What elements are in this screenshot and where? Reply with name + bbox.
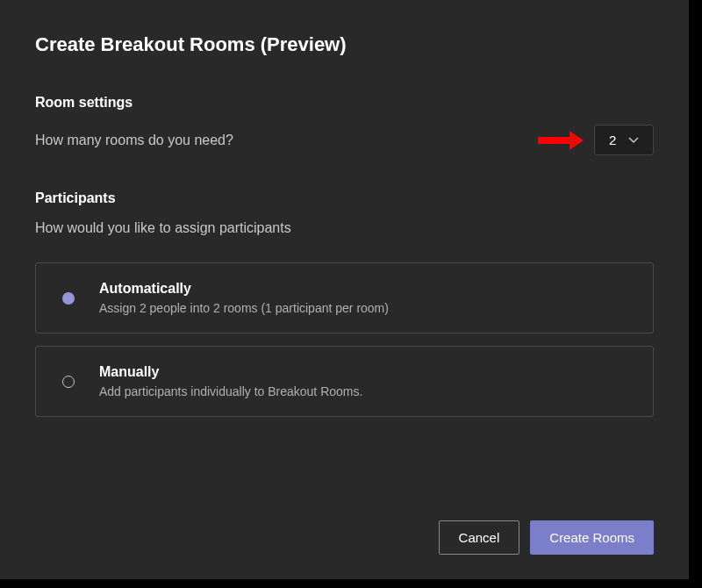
room-settings-heading: Room settings: [35, 95, 654, 111]
option-automatically[interactable]: Automatically Assign 2 people into 2 roo…: [35, 262, 654, 333]
room-count-dropdown[interactable]: 2: [594, 125, 654, 155]
option-description: Add participants individually to Breakou…: [99, 384, 362, 398]
option-title: Automatically: [99, 281, 389, 297]
option-title: Manually: [99, 364, 362, 380]
radio-unselected-icon: [62, 376, 75, 388]
dropdown-container: 2: [536, 125, 654, 155]
room-count-row: How many rooms do you need? 2: [35, 125, 654, 155]
cancel-button[interactable]: Cancel: [439, 520, 520, 555]
chevron-down-icon: [628, 135, 639, 146]
dialog-button-row: Cancel Create Rooms: [439, 520, 654, 555]
create-rooms-button[interactable]: Create Rooms: [530, 520, 654, 555]
dialog-title: Create Breakout Rooms (Preview): [35, 33, 654, 56]
option-content: Manually Add participants individually t…: [99, 364, 362, 398]
arrow-annotation-icon: [536, 128, 585, 153]
option-content: Automatically Assign 2 people into 2 roo…: [99, 281, 389, 315]
room-settings-section: Room settings How many rooms do you need…: [35, 95, 654, 155]
create-breakout-rooms-dialog: Create Breakout Rooms (Preview) Room set…: [0, 0, 689, 579]
radio-selected-icon: [62, 292, 75, 305]
room-count-question: How many rooms do you need?: [35, 133, 233, 148]
room-count-value: 2: [609, 133, 616, 147]
participants-section: Participants How would you like to assig…: [35, 190, 654, 417]
option-manually[interactable]: Manually Add participants individually t…: [35, 346, 654, 417]
option-description: Assign 2 people into 2 rooms (1 particip…: [99, 301, 389, 315]
participants-question: How would you like to assign participant…: [35, 220, 654, 236]
participants-heading: Participants: [35, 190, 654, 206]
